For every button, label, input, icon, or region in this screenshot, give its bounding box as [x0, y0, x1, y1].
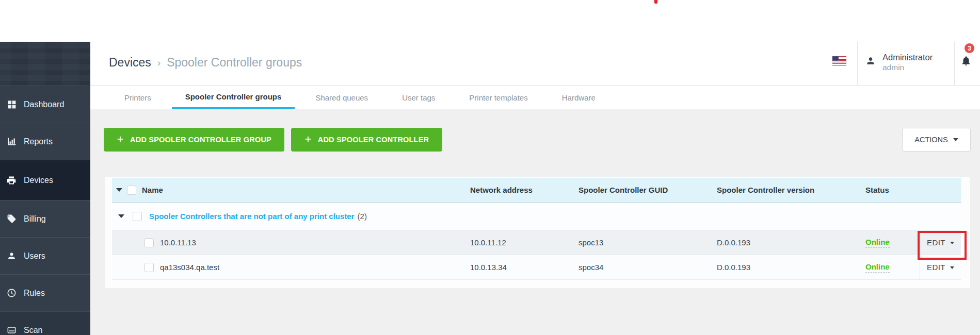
- edit-button-label: EDIT: [927, 263, 945, 272]
- user-icon: [865, 56, 876, 66]
- billing-tag-icon: [6, 214, 17, 224]
- reports-icon: [6, 137, 17, 147]
- group-collapse-caret-icon[interactable]: [118, 214, 124, 218]
- sidebar-item-label: Devices: [24, 176, 53, 185]
- sidebar-item-label: Dashboard: [24, 100, 64, 109]
- sidebar-item-scan[interactable]: Scan: [0, 311, 90, 335]
- user-login-name: admin: [882, 62, 933, 72]
- printer-icon: [6, 175, 17, 186]
- breadcrumb-page: Spooler Controller groups: [167, 56, 302, 70]
- sidebar-item-dashboard[interactable]: Dashboard: [0, 86, 90, 123]
- edit-button-label: EDIT: [927, 238, 945, 247]
- plus-icon: [304, 136, 312, 144]
- column-header-guid[interactable]: Spooler Controller GUID: [576, 186, 715, 194]
- row-guid: spoc34: [576, 263, 715, 272]
- flag-canton: [832, 56, 839, 61]
- row-version: D.0.0.193: [715, 238, 863, 247]
- sidebar-item-users[interactable]: Users: [0, 237, 90, 274]
- scan-icon: [6, 325, 17, 335]
- tab-printers[interactable]: Printers: [111, 86, 165, 109]
- user-display-name: Administrator: [882, 52, 933, 62]
- tab-user-tags[interactable]: User tags: [389, 86, 448, 109]
- column-header-name[interactable]: Name: [142, 186, 163, 194]
- tab-shared-queues[interactable]: Shared queues: [302, 86, 381, 109]
- edit-button[interactable]: EDIT: [920, 230, 961, 255]
- button-label: ADD SPOOLER CONTROLLER: [318, 136, 429, 144]
- table-row[interactable]: qa13s034.qa.test 10.0.13.34 spoc34 D.0.0…: [112, 255, 961, 280]
- sidebar-item-billing[interactable]: Billing: [0, 200, 90, 237]
- column-header-version[interactable]: Spooler Controller version: [715, 186, 863, 194]
- column-header-actions: [920, 178, 961, 202]
- select-all-checkbox[interactable]: [127, 186, 136, 195]
- dashboard-icon: [6, 99, 17, 110]
- table-header-row: Name Network address Spooler Controller …: [112, 178, 961, 203]
- group-checkbox[interactable]: [133, 212, 142, 221]
- column-header-status[interactable]: Status: [863, 186, 920, 194]
- sidebar-item-label: Reports: [24, 137, 53, 146]
- breadcrumb-section[interactable]: Devices: [109, 56, 151, 70]
- tab-bar: Printers Spooler Controller groups Share…: [90, 86, 980, 109]
- sidebar-item-devices[interactable]: Devices: [0, 160, 90, 200]
- collapse-all-caret-icon[interactable]: [116, 188, 122, 192]
- notifications-bell-icon[interactable]: [960, 55, 972, 67]
- rules-clock-icon: [6, 288, 17, 298]
- chevron-down-icon: [950, 242, 954, 244]
- sidebar-item-label: Rules: [24, 289, 45, 298]
- row-network-address: 10.0.11.12: [468, 238, 576, 247]
- button-label: ACTIONS: [914, 136, 947, 144]
- row-checkbox[interactable]: [144, 238, 154, 247]
- button-label: ADD SPOOLER CONTROLLER GROUP: [130, 136, 271, 144]
- sidebar-item-reports[interactable]: Reports: [0, 123, 90, 160]
- language-flag-icon[interactable]: [832, 56, 846, 65]
- tab-spooler-controller-groups[interactable]: Spooler Controller groups: [172, 86, 295, 109]
- page-header: Devices › Spooler Controller groups Admi…: [90, 42, 980, 86]
- users-icon: [6, 251, 17, 261]
- actions-button[interactable]: ACTIONS: [902, 128, 971, 152]
- sidebar-item-label: Scan: [24, 326, 42, 335]
- breadcrumb-separator-icon: ›: [157, 57, 160, 69]
- group-count: (2): [358, 212, 367, 221]
- main-content: ADD SPOOLER CONTROLLER GROUP ADD SPOOLER…: [90, 109, 980, 335]
- top-white-bar: [0, 0, 980, 42]
- table-row[interactable]: 10.0.11.13 10.0.11.12 spoc13 D.0.0.193 O…: [112, 230, 961, 255]
- row-name: qa13s034.qa.test: [160, 263, 219, 272]
- column-header-network-address[interactable]: Network address: [468, 186, 576, 194]
- add-spooler-controller-group-button[interactable]: ADD SPOOLER CONTROLLER GROUP: [104, 128, 284, 152]
- status-badge[interactable]: Online: [865, 262, 890, 273]
- row-version: D.0.0.193: [715, 263, 863, 272]
- sidebar-item-label: Users: [24, 252, 45, 261]
- plus-icon: [117, 136, 124, 144]
- header-divider: [954, 42, 955, 85]
- header-divider: [857, 42, 858, 85]
- row-name: 10.0.11.13: [160, 238, 196, 247]
- sidebar: Dashboard Reports Devices Billing Users …: [0, 42, 90, 335]
- sidebar-logo-area: [0, 42, 90, 86]
- row-network-address: 10.0.13.34: [468, 263, 576, 272]
- status-badge[interactable]: Online: [865, 238, 890, 248]
- breadcrumb: Devices › Spooler Controller groups: [109, 56, 302, 70]
- red-cursor-artifact: [654, 0, 657, 4]
- tab-printer-templates[interactable]: Printer templates: [456, 86, 541, 109]
- group-name-link[interactable]: Spooler Controllers that are not part of…: [149, 212, 355, 221]
- notification-count-badge[interactable]: 3: [965, 43, 974, 53]
- user-menu[interactable]: Administrator admin: [865, 52, 933, 72]
- add-spooler-controller-button[interactable]: ADD SPOOLER CONTROLLER: [291, 128, 442, 152]
- edit-button[interactable]: EDIT: [920, 255, 961, 279]
- row-checkbox[interactable]: [144, 263, 154, 272]
- sidebar-item-label: Billing: [24, 214, 46, 224]
- sidebar-item-rules[interactable]: Rules: [0, 274, 90, 311]
- chevron-down-icon: [950, 266, 954, 269]
- tab-hardware[interactable]: Hardware: [549, 86, 609, 109]
- spooler-controller-table-card: Name Network address Spooler Controller …: [105, 177, 970, 288]
- chevron-down-icon: [953, 138, 958, 141]
- row-guid: spoc13: [576, 238, 715, 247]
- group-row[interactable]: Spooler Controllers that are not part of…: [112, 203, 961, 230]
